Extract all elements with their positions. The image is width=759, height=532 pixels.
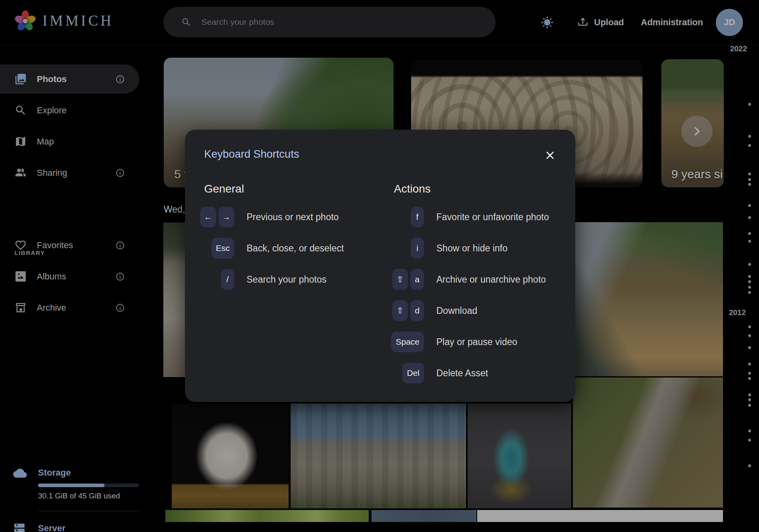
- shortcut-row: DelDelete Asset: [390, 363, 566, 383]
- keyboard-shortcuts-modal: Keyboard Shortcuts General←→Previous or …: [185, 130, 575, 402]
- shortcut-label: Favorite or unfavorite photo: [436, 212, 549, 223]
- close-icon[interactable]: [544, 149, 556, 162]
- modal-title: Keyboard Shortcuts: [204, 148, 299, 161]
- immich-app: 5 y 9 years si Wed, 2022 2012: [0, 0, 759, 532]
- shortcut-label: Play or pause video: [436, 337, 517, 347]
- shortcuts-section-heading: General: [200, 183, 376, 196]
- keycap: f: [411, 207, 424, 227]
- shortcut-row: EscBack, close, or deselect: [200, 238, 376, 259]
- keycap: ⇧: [392, 300, 408, 321]
- shortcut-label: Search your photos: [247, 274, 326, 285]
- keycap: →: [219, 207, 235, 227]
- shortcut-row: /Search your photos: [200, 269, 376, 290]
- keycap: ⇧: [392, 269, 408, 290]
- shortcut-label: Delete Asset: [436, 368, 488, 379]
- shortcut-label: Back, close, or deselect: [247, 243, 344, 254]
- shortcut-row: fFavorite or unfavorite photo: [390, 207, 566, 227]
- shortcut-row: ⇧dDownload: [390, 300, 566, 321]
- keycap: Del: [402, 363, 424, 383]
- shortcut-row: SpacePlay or pause video: [390, 331, 566, 352]
- keycap: /: [221, 269, 234, 290]
- keycap: Space: [391, 331, 424, 352]
- shortcut-row: ←→Previous or next photo: [200, 207, 376, 227]
- shortcuts-section-heading: Actions: [390, 183, 566, 196]
- keycap: i: [411, 238, 424, 259]
- shortcut-label: Show or hide info: [436, 243, 508, 254]
- keycap: d: [410, 300, 424, 321]
- keycap: Esc: [211, 238, 234, 259]
- keycap: ←: [200, 207, 216, 227]
- keycap: a: [410, 269, 424, 290]
- shortcut-row: iShow or hide info: [390, 238, 566, 259]
- shortcut-label: Archive or unarchive photo: [436, 274, 546, 285]
- shortcut-label: Previous or next photo: [247, 212, 339, 223]
- shortcut-row: ⇧aArchive or unarchive photo: [390, 269, 566, 290]
- shortcut-label: Download: [436, 305, 477, 316]
